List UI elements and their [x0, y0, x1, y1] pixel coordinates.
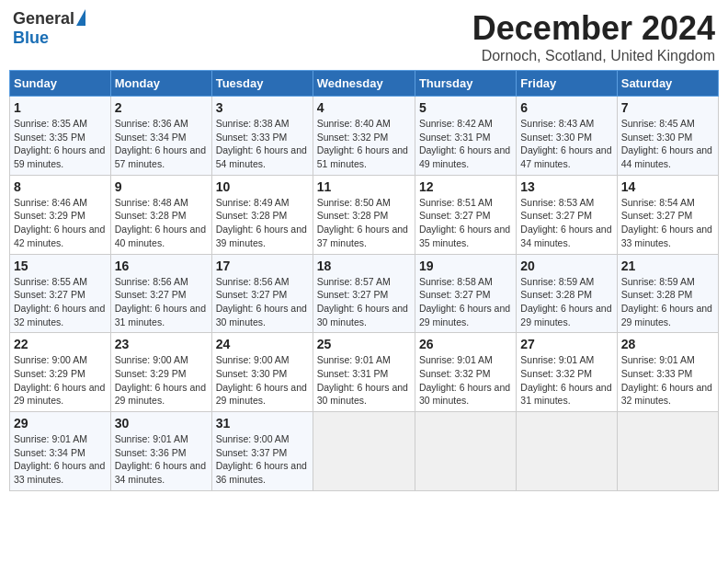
header-saturday: Saturday [617, 71, 718, 97]
day-info: Sunrise: 8:46 AMSunset: 3:29 PMDaylight:… [14, 196, 107, 250]
calendar-week-row: 1Sunrise: 8:35 AMSunset: 3:35 PMDaylight… [10, 97, 719, 176]
day-number: 6 [520, 100, 612, 115]
calendar-cell: 15Sunrise: 8:55 AMSunset: 3:27 PMDayligh… [10, 254, 111, 333]
day-info: Sunrise: 8:56 AMSunset: 3:27 PMDaylight:… [216, 275, 309, 329]
day-info: Sunrise: 8:58 AMSunset: 3:27 PMDaylight:… [419, 275, 512, 329]
calendar-cell: 28Sunrise: 9:01 AMSunset: 3:33 PMDayligh… [617, 333, 718, 412]
day-number: 15 [14, 259, 107, 273]
calendar-cell: 18Sunrise: 8:57 AMSunset: 3:27 PMDayligh… [313, 254, 415, 333]
day-info: Sunrise: 8:54 AMSunset: 3:27 PMDaylight:… [621, 196, 714, 250]
day-number: 11 [317, 179, 411, 194]
day-number: 9 [115, 179, 208, 194]
calendar-cell: 2Sunrise: 8:36 AMSunset: 3:34 PMDaylight… [110, 97, 211, 176]
day-info: Sunrise: 9:00 AMSunset: 3:37 PMDaylight:… [216, 432, 309, 487]
calendar-cell: 22Sunrise: 9:00 AMSunset: 3:29 PMDayligh… [10, 333, 111, 412]
calendar-cell: 8Sunrise: 8:46 AMSunset: 3:29 PMDaylight… [10, 175, 111, 254]
logo-general: General [13, 9, 74, 29]
header-sunday: Sunday [10, 71, 111, 97]
calendar-cell: 3Sunrise: 8:38 AMSunset: 3:33 PMDaylight… [211, 97, 313, 176]
calendar-table: Sunday Monday Tuesday Wednesday Thursday… [9, 70, 719, 491]
calendar-cell: 4Sunrise: 8:40 AMSunset: 3:32 PMDaylight… [313, 97, 415, 176]
calendar-cell: 13Sunrise: 8:53 AMSunset: 3:27 PMDayligh… [517, 175, 617, 254]
day-info: Sunrise: 8:59 AMSunset: 3:28 PMDaylight:… [621, 275, 714, 329]
calendar-cell: 27Sunrise: 9:01 AMSunset: 3:32 PMDayligh… [517, 333, 617, 412]
calendar-cell: 9Sunrise: 8:48 AMSunset: 3:28 PMDaylight… [110, 175, 211, 254]
day-info: Sunrise: 9:00 AMSunset: 3:29 PMDaylight:… [115, 353, 208, 408]
calendar-cell [617, 412, 718, 491]
calendar-cell: 20Sunrise: 8:59 AMSunset: 3:28 PMDayligh… [517, 254, 617, 333]
day-info: Sunrise: 8:36 AMSunset: 3:34 PMDaylight:… [115, 117, 208, 171]
calendar-cell: 31Sunrise: 9:00 AMSunset: 3:37 PMDayligh… [211, 412, 313, 491]
day-number: 26 [419, 337, 512, 351]
day-number: 8 [14, 179, 107, 194]
day-info: Sunrise: 8:35 AMSunset: 3:35 PMDaylight:… [14, 117, 107, 171]
day-number: 12 [419, 179, 512, 194]
day-info: Sunrise: 8:42 AMSunset: 3:31 PMDaylight:… [419, 117, 512, 171]
day-info: Sunrise: 9:01 AMSunset: 3:32 PMDaylight:… [419, 353, 512, 408]
header-thursday: Thursday [415, 71, 516, 97]
calendar-week-row: 29Sunrise: 9:01 AMSunset: 3:34 PMDayligh… [10, 412, 719, 491]
day-info: Sunrise: 8:48 AMSunset: 3:28 PMDaylight:… [115, 196, 208, 250]
day-number: 28 [621, 337, 714, 351]
day-number: 29 [14, 416, 107, 431]
day-info: Sunrise: 8:51 AMSunset: 3:27 PMDaylight:… [419, 196, 512, 250]
day-number: 25 [317, 337, 411, 351]
calendar-cell: 6Sunrise: 8:43 AMSunset: 3:30 PMDaylight… [517, 97, 617, 176]
day-info: Sunrise: 9:00 AMSunset: 3:30 PMDaylight:… [216, 353, 309, 408]
day-number: 3 [216, 100, 309, 115]
day-number: 19 [419, 259, 512, 273]
calendar-cell [313, 412, 415, 491]
day-number: 16 [115, 259, 208, 273]
day-number: 27 [520, 337, 612, 351]
calendar-header-row: Sunday Monday Tuesday Wednesday Thursday… [10, 71, 719, 97]
calendar-week-row: 22Sunrise: 9:00 AMSunset: 3:29 PMDayligh… [10, 333, 719, 412]
calendar-cell: 5Sunrise: 8:42 AMSunset: 3:31 PMDaylight… [415, 97, 516, 176]
day-info: Sunrise: 8:43 AMSunset: 3:30 PMDaylight:… [520, 117, 612, 171]
title-section: December 2024 Dornoch, Scotland, United … [472, 9, 715, 64]
day-number: 22 [14, 337, 107, 351]
calendar-cell: 24Sunrise: 9:00 AMSunset: 3:30 PMDayligh… [211, 333, 313, 412]
day-number: 14 [621, 179, 714, 194]
day-info: Sunrise: 8:56 AMSunset: 3:27 PMDaylight:… [115, 275, 208, 329]
subtitle: Dornoch, Scotland, United Kingdom [472, 48, 715, 64]
day-number: 23 [115, 337, 208, 351]
day-info: Sunrise: 9:01 AMSunset: 3:34 PMDaylight:… [14, 432, 107, 487]
calendar-cell: 16Sunrise: 8:56 AMSunset: 3:27 PMDayligh… [110, 254, 211, 333]
day-number: 18 [317, 259, 411, 273]
day-number: 4 [317, 100, 411, 115]
day-info: Sunrise: 9:01 AMSunset: 3:32 PMDaylight:… [520, 353, 612, 408]
day-number: 7 [621, 100, 714, 115]
day-info: Sunrise: 8:50 AMSunset: 3:28 PMDaylight:… [317, 196, 411, 250]
header-monday: Monday [110, 71, 211, 97]
header-friday: Friday [517, 71, 617, 97]
day-info: Sunrise: 8:59 AMSunset: 3:28 PMDaylight:… [520, 275, 612, 329]
calendar-cell: 25Sunrise: 9:01 AMSunset: 3:31 PMDayligh… [313, 333, 415, 412]
day-info: Sunrise: 8:53 AMSunset: 3:27 PMDaylight:… [520, 196, 612, 250]
day-number: 17 [216, 259, 309, 273]
day-info: Sunrise: 9:01 AMSunset: 3:31 PMDaylight:… [317, 353, 411, 408]
calendar-cell: 1Sunrise: 8:35 AMSunset: 3:35 PMDaylight… [10, 97, 111, 176]
day-number: 20 [520, 259, 612, 273]
day-number: 30 [115, 416, 208, 431]
calendar-cell: 21Sunrise: 8:59 AMSunset: 3:28 PMDayligh… [617, 254, 718, 333]
day-info: Sunrise: 9:01 AMSunset: 3:36 PMDaylight:… [115, 432, 208, 487]
calendar-cell: 30Sunrise: 9:01 AMSunset: 3:36 PMDayligh… [110, 412, 211, 491]
day-info: Sunrise: 9:00 AMSunset: 3:29 PMDaylight:… [14, 353, 107, 408]
day-info: Sunrise: 8:38 AMSunset: 3:33 PMDaylight:… [216, 117, 309, 171]
day-number: 21 [621, 259, 714, 273]
logo-icon [76, 9, 85, 26]
day-info: Sunrise: 8:45 AMSunset: 3:30 PMDaylight:… [621, 117, 714, 171]
calendar-cell: 29Sunrise: 9:01 AMSunset: 3:34 PMDayligh… [10, 412, 111, 491]
calendar-cell: 19Sunrise: 8:58 AMSunset: 3:27 PMDayligh… [415, 254, 516, 333]
day-number: 24 [216, 337, 309, 351]
page-header: General Blue December 2024 Dornoch, Scot… [9, 9, 719, 64]
logo: General Blue [13, 9, 85, 48]
day-number: 2 [115, 100, 208, 115]
main-title: December 2024 [472, 9, 715, 48]
day-info: Sunrise: 8:49 AMSunset: 3:28 PMDaylight:… [216, 196, 309, 250]
calendar-cell: 11Sunrise: 8:50 AMSunset: 3:28 PMDayligh… [313, 175, 415, 254]
header-wednesday: Wednesday [313, 71, 415, 97]
calendar-cell: 26Sunrise: 9:01 AMSunset: 3:32 PMDayligh… [415, 333, 516, 412]
day-number: 10 [216, 179, 309, 194]
day-number: 31 [216, 416, 309, 431]
